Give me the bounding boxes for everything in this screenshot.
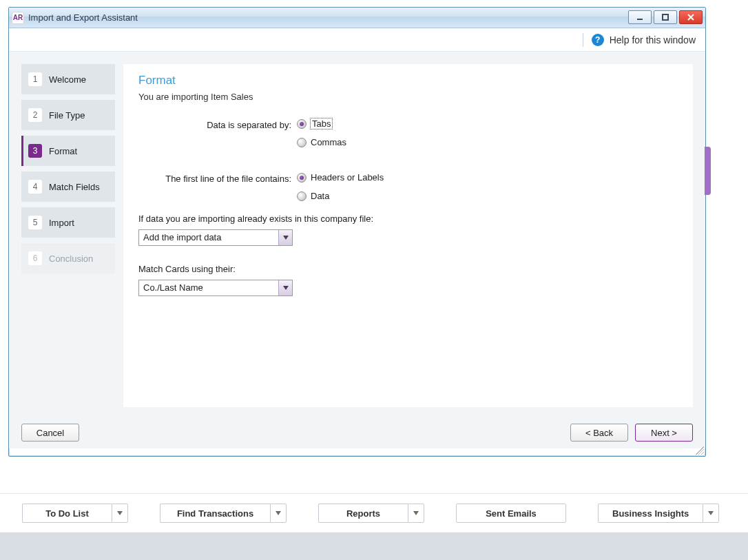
- chevron-down-icon[interactable]: [270, 504, 287, 523]
- svg-rect-1: [663, 14, 668, 20]
- radio-icon: [297, 119, 307, 129]
- radio-icon: [297, 138, 307, 147]
- firstline-row: The first line of the file contains: Hea…: [138, 172, 678, 201]
- step-label: Conclusion: [49, 253, 93, 264]
- dropdown-value: Add the import data: [139, 230, 278, 245]
- main-panel: Format You are importing Item Sales Data…: [123, 64, 693, 407]
- firstline-label: The first line of the file contains:: [138, 172, 297, 184]
- dialog-footer: Cancel < Back Next >: [9, 417, 705, 448]
- step-number: 5: [28, 216, 42, 229]
- panel-heading: Format: [138, 74, 678, 87]
- window-title: Import and Export Assistant: [28, 12, 138, 23]
- bottom-toolbar: To Do List Find Transactions Reports Sen…: [0, 493, 748, 533]
- chevron-down-icon: [278, 280, 292, 295]
- sent-emails-button[interactable]: Sent Emails: [456, 504, 566, 523]
- app-footer: [0, 533, 748, 560]
- body-area: 1 Welcome 2 File Type 3 Format 4 Match F…: [9, 52, 705, 417]
- side-tab[interactable]: [705, 147, 711, 195]
- resize-grip-icon[interactable]: [696, 446, 704, 455]
- step-matchfields[interactable]: 4 Match Fields: [21, 172, 115, 202]
- help-separator: [583, 33, 583, 47]
- chevron-down-icon[interactable]: [703, 504, 719, 523]
- next-button[interactable]: Next >: [635, 424, 693, 442]
- button-label: Reports: [318, 504, 408, 523]
- step-number: 3: [28, 144, 42, 158]
- separator-label: Data is separated by:: [138, 118, 297, 130]
- chevron-down-icon[interactable]: [112, 504, 128, 523]
- dropdown-value: Co./Last Name: [139, 280, 278, 295]
- help-link[interactable]: Help for this window: [610, 34, 696, 45]
- svg-marker-5: [276, 511, 281, 515]
- svg-rect-0: [637, 19, 643, 20]
- chevron-down-icon: [278, 230, 292, 245]
- step-format[interactable]: 3 Format: [21, 136, 115, 166]
- svg-marker-2: [283, 236, 289, 240]
- exists-dropdown[interactable]: Add the import data: [138, 229, 293, 246]
- step-label: Welcome: [49, 74, 86, 85]
- step-conclusion: 6 Conclusion: [21, 243, 115, 273]
- svg-marker-6: [413, 511, 419, 515]
- cancel-button[interactable]: Cancel: [21, 424, 79, 442]
- button-label: Sent Emails: [456, 504, 566, 523]
- step-label: Match Fields: [49, 182, 100, 192]
- button-label: To Do List: [22, 504, 112, 523]
- step-label: Import: [49, 218, 74, 228]
- exists-label: If data you are importing already exists…: [138, 214, 678, 224]
- maximize-button[interactable]: [654, 10, 677, 24]
- help-icon[interactable]: ?: [592, 34, 604, 46]
- reports-button[interactable]: Reports: [318, 504, 424, 523]
- help-bar: ? Help for this window: [9, 28, 705, 52]
- svg-marker-3: [283, 286, 289, 290]
- radio-label: Tabs: [311, 118, 332, 129]
- todo-list-button[interactable]: To Do List: [22, 504, 128, 523]
- svg-marker-7: [708, 511, 714, 515]
- step-welcome[interactable]: 1 Welcome: [21, 64, 115, 94]
- svg-marker-4: [117, 511, 123, 515]
- radio-tabs[interactable]: Tabs: [297, 118, 346, 129]
- radio-label: Data: [311, 191, 329, 201]
- step-label: Format: [49, 146, 77, 156]
- match-label: Match Cards using their:: [138, 264, 678, 274]
- radio-label: Headers or Labels: [311, 172, 384, 183]
- step-import[interactable]: 5 Import: [21, 207, 115, 238]
- chevron-down-icon[interactable]: [408, 504, 424, 523]
- radio-data[interactable]: Data: [297, 191, 384, 201]
- button-label: Business Insights: [598, 504, 703, 523]
- radio-label: Commas: [311, 137, 346, 147]
- window-controls: [628, 10, 703, 24]
- back-button[interactable]: < Back: [570, 424, 628, 442]
- radio-headers[interactable]: Headers or Labels: [297, 172, 384, 183]
- radio-commas[interactable]: Commas: [297, 137, 346, 147]
- titlebar: AR Import and Export Assistant: [9, 8, 705, 28]
- match-dropdown[interactable]: Co./Last Name: [138, 280, 293, 296]
- steps-sidebar: 1 Welcome 2 File Type 3 Format 4 Match F…: [21, 64, 115, 417]
- find-transactions-button[interactable]: Find Transactions: [160, 504, 287, 523]
- import-export-window: AR Import and Export Assistant ? Help fo…: [8, 7, 706, 457]
- button-label: Find Transactions: [160, 504, 270, 523]
- business-insights-button[interactable]: Business Insights: [598, 504, 719, 523]
- minimize-button[interactable]: [628, 10, 652, 24]
- step-number: 2: [28, 108, 42, 122]
- separator-row: Data is separated by: Tabs Commas: [138, 118, 678, 147]
- step-filetype[interactable]: 2 File Type: [21, 100, 115, 130]
- step-label: File Type: [49, 110, 85, 121]
- radio-icon: [297, 191, 307, 201]
- panel-subtitle: You are importing Item Sales: [138, 92, 678, 102]
- step-number: 4: [28, 180, 42, 194]
- radio-icon: [297, 173, 307, 183]
- step-number: 6: [28, 251, 42, 265]
- close-button[interactable]: [679, 10, 703, 24]
- step-number: 1: [28, 72, 42, 86]
- app-icon: AR: [12, 12, 24, 24]
